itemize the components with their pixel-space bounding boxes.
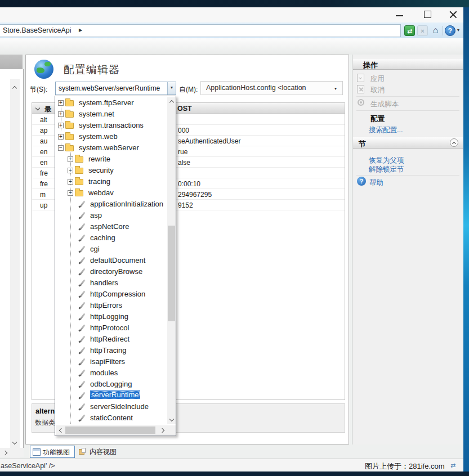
tree-item-httpRedirect[interactable]: httpRedirect	[55, 334, 167, 345]
tree-item-serverSideInclude[interactable]: serverSideInclude	[55, 401, 167, 412]
grid-header-text-left: 最	[44, 105, 51, 114]
folder-icon	[65, 145, 74, 151]
tree-item-system.webServer[interactable]: −system.webServer	[55, 142, 167, 154]
revert-to-parent-link[interactable]: 恢复为父项	[369, 156, 404, 165]
help-button[interactable]: ?	[445, 25, 455, 36]
tree-scrollbar-thumb[interactable]	[168, 226, 175, 321]
tree-scroll-up-button[interactable]	[167, 97, 176, 106]
left-vertical-scrollbar[interactable]	[10, 79, 20, 466]
tree-item-directoryBrowse[interactable]: directoryBrowse	[55, 266, 167, 277]
unlock-section-link[interactable]: 解除锁定节	[369, 165, 404, 174]
panel-divider	[352, 55, 352, 444]
tree-scroll-right-button[interactable]	[158, 426, 167, 434]
section-combobox[interactable]: system.webServer/serverRuntime	[55, 82, 176, 95]
pencil-icon	[79, 335, 86, 343]
minimize-button[interactable]	[393, 10, 407, 19]
breadcrumb-caret-icon[interactable]: ▶	[79, 28, 82, 33]
expand-icon[interactable]: +	[58, 123, 64, 128]
tree-item-label: security	[88, 166, 114, 174]
tree-item-label: modules	[90, 369, 118, 377]
tree-item-system.net[interactable]: +system.net	[55, 109, 167, 120]
bottom-bar	[0, 471, 469, 476]
tree-item-label: staticContent	[90, 414, 133, 422]
expand-icon[interactable]: +	[68, 168, 73, 173]
property-name-text: altern	[35, 407, 55, 415]
tree-item-defaultDocument[interactable]: defaultDocument	[55, 255, 167, 266]
pencil-icon	[79, 223, 86, 231]
tree-item-label: odbcLogging	[90, 380, 132, 388]
expand-icon[interactable]: +	[68, 190, 73, 196]
tree-hscrollbar-thumb[interactable]	[65, 426, 155, 434]
tab-content-view[interactable]: 内容视图	[77, 446, 118, 458]
tree-item-httpLogging[interactable]: httpLogging	[55, 311, 167, 322]
expand-icon[interactable]: +	[58, 134, 64, 140]
property-name: up	[40, 201, 47, 209]
tree-scroll-left-button[interactable]	[56, 426, 65, 434]
collapse-icon[interactable]: −	[58, 145, 64, 151]
tree-item-security[interactable]: +security	[55, 165, 167, 176]
pencil-icon	[79, 234, 86, 242]
tree-item-label: cgi	[90, 245, 100, 253]
tree-item-label: httpRedirect	[90, 335, 129, 343]
tree-item-system.ftpServer[interactable]: +system.ftpServer	[55, 97, 167, 109]
section-group-header[interactable]: 节	[353, 137, 463, 149]
tree-item-asp[interactable]: asp	[55, 210, 167, 221]
from-combobox[interactable]: ApplicationHost.config <location	[200, 81, 343, 95]
scroll-right-button[interactable]	[1, 448, 10, 457]
property-value: 0:00:10	[178, 180, 200, 188]
section-label: 节(S):	[30, 85, 47, 95]
tree-item-cgi[interactable]: cgi	[55, 244, 167, 255]
page-title: 配置编辑器	[64, 62, 120, 77]
tree-item-httpErrors[interactable]: httpErrors	[55, 300, 167, 311]
tree-item-label: system.web	[79, 132, 118, 141]
folder-icon	[65, 123, 74, 129]
toolbar-separator	[443, 26, 443, 35]
expand-icon[interactable]: +	[68, 179, 73, 185]
refresh-button[interactable]: ⇄	[404, 25, 415, 36]
home-button[interactable]: ⌂	[430, 25, 441, 36]
tree-item-applicationInitialization[interactable]: applicationInitialization	[55, 199, 167, 210]
tree-item-rewrite[interactable]: +rewrite	[55, 154, 167, 165]
scroll-up-button[interactable]	[10, 83, 20, 92]
help-dropdown-caret-icon[interactable]: ▾	[457, 28, 459, 33]
close-button[interactable]	[446, 10, 460, 19]
collapse-section-button[interactable]	[450, 138, 458, 147]
tree-item-label: asp	[90, 211, 102, 219]
section-combo-dropdown-button[interactable]: ▾	[167, 82, 176, 95]
search-config-link[interactable]: 搜索配置...	[369, 125, 403, 135]
expand-icon[interactable]: +	[58, 100, 64, 106]
tree-item-serverRuntime[interactable]: serverRuntime	[55, 390, 167, 401]
tree-item-webdav[interactable]: +webdav	[55, 187, 167, 199]
tree-scroll-down-button[interactable]	[167, 415, 176, 424]
tree-item-system.web[interactable]: +system.web	[55, 131, 167, 142]
tab-features-view[interactable]: 功能视图	[30, 446, 75, 458]
expand-icon[interactable]: +	[68, 156, 73, 162]
tree-item-caching[interactable]: caching	[55, 232, 167, 244]
tree-item-tracing[interactable]: +tracing	[55, 176, 167, 187]
pencil-icon	[79, 313, 86, 321]
scroll-down-button[interactable]	[10, 438, 20, 447]
tree-item-odbcLogging[interactable]: odbcLogging	[55, 379, 167, 390]
tree-item-label: serverSideInclude	[90, 402, 149, 411]
property-value: alse	[178, 159, 190, 167]
collapse-chevron-icon[interactable]	[35, 106, 40, 110]
property-datatype-text: 数据类	[35, 418, 55, 428]
tree-item-isapiFilters[interactable]: isapiFilters	[55, 356, 167, 367]
tree-item-label: webdav	[88, 188, 114, 197]
tree-item-label: httpCompression	[90, 290, 145, 298]
tree-item-httpTracing[interactable]: httpTracing	[55, 345, 167, 356]
tree-item-handlers[interactable]: handlers	[55, 277, 167, 289]
maximize-button[interactable]	[421, 10, 435, 19]
tree-item-modules[interactable]: modules	[55, 367, 167, 379]
property-name: fre	[40, 180, 48, 188]
from-combo-caret-icon[interactable]: ▾	[334, 86, 337, 91]
tree-item-system.transactions[interactable]: +system.transactions	[55, 120, 167, 131]
tree-item-httpProtocol[interactable]: httpProtocol	[55, 322, 167, 334]
expand-icon[interactable]: +	[58, 111, 64, 117]
help-link[interactable]: 帮助	[369, 178, 383, 188]
cancel-icon	[357, 85, 364, 93]
tree-item-staticContent[interactable]: staticContent	[55, 412, 167, 424]
tree-item-httpCompression[interactable]: httpCompression	[55, 289, 167, 300]
address-input[interactable]: Store.BaseServiceApi	[0, 24, 401, 37]
tree-item-aspNetCore[interactable]: aspNetCore	[55, 221, 167, 232]
